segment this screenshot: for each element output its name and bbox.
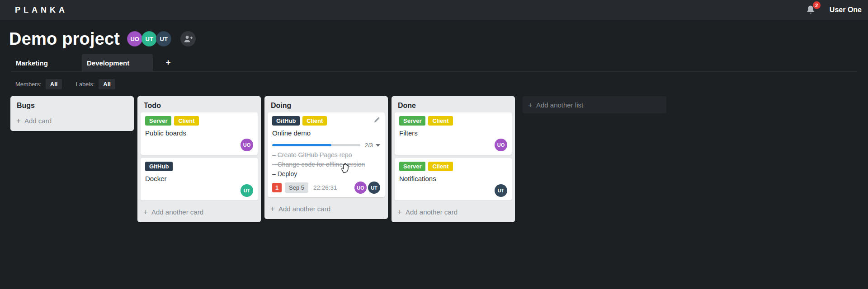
- card-member-avatar[interactable]: UT: [241, 184, 253, 197]
- cards-container: GitHubClientOnline demo2/3– Create GitHu…: [264, 112, 388, 197]
- card-labels: ServerClient: [145, 116, 253, 126]
- plus-icon: +: [397, 209, 402, 215]
- card[interactable]: ServerClientFiltersUO: [395, 112, 512, 155]
- card-label[interactable]: Client: [428, 162, 453, 171]
- add-list-button[interactable]: + Add another list: [523, 96, 666, 113]
- list-title[interactable]: Doing: [271, 102, 291, 109]
- page-title[interactable]: Demo project: [9, 29, 120, 49]
- card-members: UT: [399, 184, 507, 197]
- task-item: – Deploy: [272, 170, 380, 178]
- card-label[interactable]: Server: [145, 116, 171, 126]
- task-item: – Change code for offline version: [272, 161, 380, 168]
- add-member-button[interactable]: [180, 31, 196, 47]
- add-card-label: Add another card: [278, 205, 330, 213]
- task-progress: 2/3: [272, 142, 380, 149]
- members-filter-label: Members:: [15, 81, 42, 88]
- card-label[interactable]: GitHub: [272, 116, 300, 126]
- card-members: UT: [145, 184, 253, 197]
- filter-bar: Members: All Labels: All: [15, 78, 868, 90]
- plus-icon: +: [143, 209, 148, 215]
- plus-icon: +: [270, 205, 275, 212]
- app-logo[interactable]: PLANKA: [6, 5, 68, 15]
- list-done: DoneServerClientFiltersUOServerClientNot…: [392, 96, 515, 222]
- progress-bar: [272, 144, 360, 146]
- project-members: UOUTUT: [127, 31, 170, 47]
- add-member-icon: [183, 34, 193, 43]
- list-title[interactable]: Done: [398, 102, 416, 109]
- cards-container: ServerClientPublic boardsUOGitHubDockerU…: [137, 112, 261, 200]
- add-card-label: Add another card: [151, 208, 203, 216]
- card-title: Notifications: [399, 174, 507, 183]
- card-member-avatar[interactable]: UO: [354, 182, 367, 194]
- task-item: – Create GitHub Pages repo: [272, 151, 380, 159]
- add-card-label: Add another card: [406, 208, 458, 216]
- tab-development[interactable]: Development: [82, 54, 153, 71]
- card-title: Filters: [399, 129, 507, 137]
- card[interactable]: ServerClientPublic boardsUO: [141, 112, 258, 155]
- card-title: Online demo: [272, 129, 380, 137]
- card-label[interactable]: Client: [174, 116, 198, 126]
- tab-marketing[interactable]: Marketing: [11, 54, 82, 71]
- card[interactable]: GitHubClientOnline demo2/3– Create GitHu…: [268, 112, 385, 197]
- notification-count-badge: 2: [813, 1, 821, 9]
- list-bugs: Bugs+Add card: [10, 96, 134, 131]
- list-header: Doing: [264, 96, 388, 112]
- timer-value[interactable]: 22:26:31: [313, 184, 337, 191]
- cards-container: ServerClientFiltersUOServerClientNotific…: [392, 112, 515, 200]
- card-label[interactable]: GitHub: [145, 162, 173, 171]
- card-member-avatar[interactable]: UO: [495, 139, 507, 151]
- labels-filter-label: Labels:: [75, 81, 94, 88]
- list-todo: TodoServerClientPublic boardsUOGitHubDoc…: [137, 96, 261, 222]
- plus-icon: +: [16, 117, 21, 124]
- card-footer: 1Sep 522:26:31UOUT: [272, 182, 380, 194]
- card[interactable]: GitHubDockerUT: [141, 158, 258, 200]
- add-card-button[interactable]: +Add another card: [264, 200, 388, 219]
- card-member-avatar[interactable]: UO: [241, 139, 253, 151]
- notifications-count-badge[interactable]: 1: [272, 183, 282, 192]
- card-member-avatar[interactable]: UT: [495, 184, 507, 197]
- members-filter-value[interactable]: All: [46, 79, 62, 89]
- board: Bugs+Add cardTodoServerClientPublic boar…: [0, 90, 868, 222]
- edit-card-icon[interactable]: [373, 117, 380, 123]
- project-header: Demo project UOUTUT: [0, 20, 868, 53]
- add-card-label: Add card: [24, 117, 52, 125]
- progress-bar-fill: [272, 144, 331, 146]
- plus-icon: +: [528, 102, 533, 108]
- add-card-button[interactable]: +Add card: [10, 112, 134, 131]
- notifications-button[interactable]: 2: [805, 4, 817, 16]
- list-title[interactable]: Bugs: [17, 102, 35, 109]
- add-list-label: Add another list: [536, 101, 583, 109]
- add-card-button[interactable]: +Add another card: [392, 204, 515, 222]
- list-title[interactable]: Todo: [144, 102, 161, 109]
- topbar-right: 2 User One: [805, 4, 862, 16]
- list-header: Done: [392, 96, 515, 112]
- board-tabs: MarketingDevelopment +: [11, 54, 857, 72]
- card-members: UO: [145, 139, 253, 151]
- due-date-badge[interactable]: Sep 5: [285, 182, 308, 193]
- card[interactable]: ServerClientNotificationsUT: [395, 158, 512, 200]
- card-label[interactable]: Server: [399, 116, 425, 126]
- user-menu[interactable]: User One: [830, 6, 862, 14]
- add-card-button[interactable]: +Add another card: [137, 204, 261, 222]
- card-label[interactable]: Client: [302, 116, 327, 126]
- add-board-button[interactable]: +: [159, 54, 177, 71]
- card-labels: ServerClient: [399, 116, 507, 126]
- progress-label: 2/3: [365, 142, 373, 149]
- project-member-avatar[interactable]: UT: [156, 31, 171, 47]
- card-title: Public boards: [145, 129, 253, 137]
- top-bar: PLANKA 2 User One: [0, 0, 868, 20]
- project-member-avatar[interactable]: UT: [142, 31, 157, 47]
- labels-filter-value[interactable]: All: [99, 79, 115, 89]
- card-title: Docker: [145, 174, 253, 183]
- card-member-avatar[interactable]: UT: [368, 182, 380, 194]
- card-members: UO: [399, 139, 507, 151]
- card-label[interactable]: Client: [428, 116, 453, 126]
- chevron-down-icon[interactable]: [376, 144, 380, 147]
- card-labels: GitHubClient: [272, 116, 380, 126]
- card-labels: ServerClient: [399, 162, 507, 171]
- card-members: UOUT: [354, 182, 380, 194]
- card-labels: GitHub: [145, 162, 253, 171]
- project-member-avatar[interactable]: UO: [127, 31, 142, 47]
- card-label[interactable]: Server: [399, 162, 425, 171]
- list-header: Todo: [137, 96, 261, 112]
